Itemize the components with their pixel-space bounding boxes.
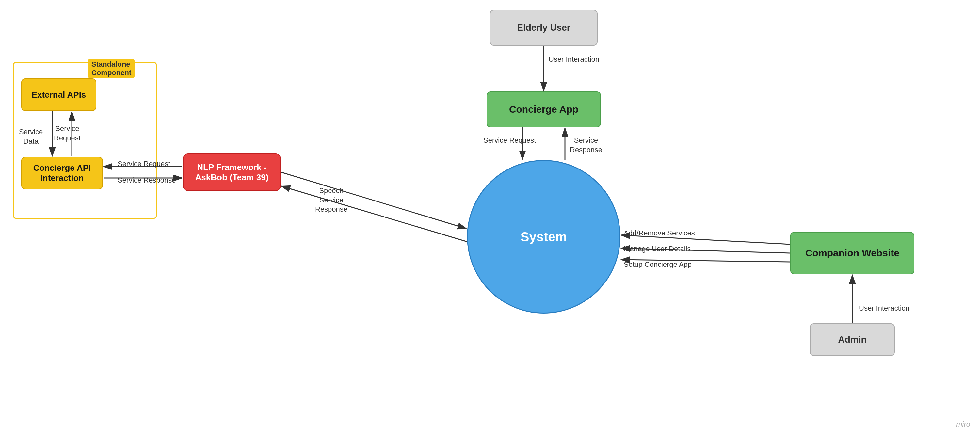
concierge-app-node: Concierge App (487, 91, 601, 127)
external-apis-node: External APIs (21, 78, 96, 111)
label-speech-service-response: Speech Service Response (315, 186, 347, 214)
label-user-interaction-bottom: User Interaction (859, 304, 910, 313)
miro-watermark: miro (956, 420, 970, 429)
concierge-api-node: Concierge API Interaction (21, 157, 103, 190)
label-manage-user: Manage User Details (624, 244, 690, 254)
label-service-response-top: Service Response (570, 136, 602, 155)
svg-line-6 (282, 186, 467, 242)
label-add-remove: Add/Remove Services (624, 229, 695, 238)
label-user-interaction-top: User Interaction (549, 55, 599, 64)
elderly-user-node: Elderly User (490, 10, 598, 46)
label-setup-concierge: Setup Concierge App (624, 260, 692, 269)
admin-node: Admin (810, 323, 895, 356)
diagram-container: Standalone Component External APIs Conci… (0, 0, 980, 435)
label-service-request-left: Service Request (483, 136, 536, 145)
nlp-framework-node: NLP Framework - AskBob (Team 39) (183, 153, 281, 191)
label-service-request-nlp: Service Request (118, 159, 170, 169)
label-service-response-nlp: Service Response (118, 176, 176, 185)
companion-website-node: Companion Website (790, 232, 914, 274)
standalone-label: Standalone Component (88, 59, 135, 78)
label-service-data: Service Data (19, 127, 43, 146)
system-node: System (467, 160, 620, 314)
svg-line-5 (281, 172, 466, 229)
label-service-request-ext: Service Request (54, 124, 81, 143)
